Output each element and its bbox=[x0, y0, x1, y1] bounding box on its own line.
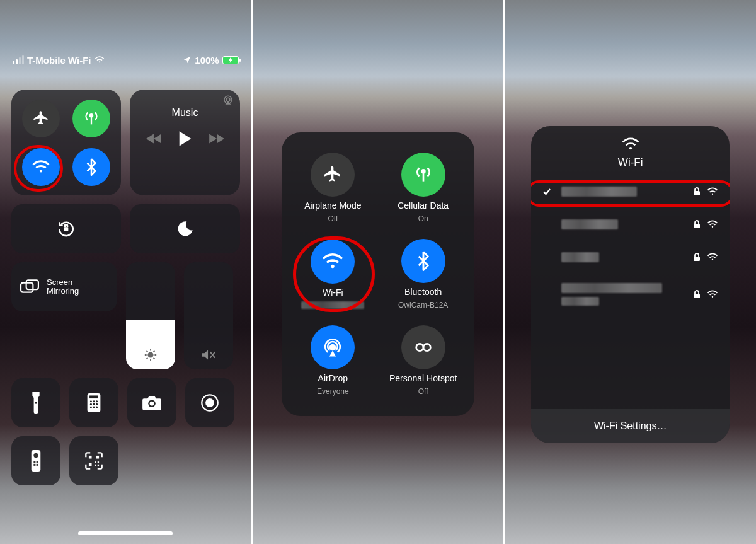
bluetooth-toggle[interactable] bbox=[72, 148, 110, 186]
wifi-network-row[interactable] bbox=[531, 208, 730, 241]
qr-scanner-button[interactable] bbox=[69, 436, 118, 485]
svg-point-45 bbox=[712, 194, 713, 195]
wifi-network-row[interactable] bbox=[531, 175, 730, 208]
svg-point-17 bbox=[96, 403, 98, 405]
svg-point-12 bbox=[90, 400, 92, 402]
cellular-big-toggle[interactable] bbox=[401, 153, 445, 197]
apple-tv-remote-button[interactable] bbox=[11, 436, 60, 485]
wifi-picker-title: Wi-Fi bbox=[618, 156, 643, 169]
camera-icon bbox=[142, 395, 162, 411]
wifi-network-row[interactable] bbox=[531, 274, 730, 315]
svg-rect-27 bbox=[33, 461, 35, 463]
remote-icon bbox=[31, 450, 41, 472]
wifi-status-icon bbox=[94, 56, 105, 64]
panel-wifi-picker: Wi-Fi bbox=[505, 0, 756, 544]
airdrop-label: AirDrop bbox=[318, 373, 348, 383]
svg-rect-50 bbox=[694, 294, 700, 298]
qr-code-icon bbox=[84, 451, 103, 470]
airplane-sub: Off bbox=[328, 214, 338, 223]
wifi-network-row[interactable] bbox=[531, 241, 730, 274]
rotation-lock-toggle[interactable] bbox=[11, 204, 121, 253]
svg-rect-37 bbox=[98, 465, 99, 466]
hotspot-big-toggle[interactable] bbox=[401, 325, 445, 369]
screen-mirroring-button[interactable]: Screen Mirroring bbox=[11, 262, 117, 311]
airplane-mode-item[interactable]: Airplane Mode Off bbox=[288, 145, 378, 231]
volume-slider[interactable] bbox=[184, 262, 233, 369]
bluetooth-big-toggle[interactable] bbox=[401, 239, 445, 283]
svg-rect-28 bbox=[37, 461, 38, 463]
cellular-data-toggle[interactable] bbox=[72, 100, 110, 137]
calculator-button[interactable] bbox=[69, 378, 118, 427]
moon-icon bbox=[176, 220, 194, 238]
connectivity-expanded-card: Airplane Mode Off Cellular Data On Wi-Fi bbox=[282, 132, 475, 416]
brightness-slider[interactable] bbox=[126, 262, 175, 369]
cellular-antenna-icon bbox=[413, 165, 433, 185]
music-prev-button[interactable] bbox=[146, 132, 163, 145]
cellular-sub: On bbox=[418, 214, 428, 223]
svg-point-0 bbox=[98, 61, 100, 62]
svg-point-39 bbox=[331, 265, 335, 268]
music-title: Music bbox=[172, 107, 198, 119]
wifi-signal-icon bbox=[707, 253, 718, 262]
lock-icon bbox=[693, 187, 701, 196]
svg-point-42 bbox=[423, 344, 430, 350]
bluetooth-label: Bluetooth bbox=[404, 287, 442, 297]
airdrop-big-toggle[interactable] bbox=[311, 325, 355, 369]
screen-record-button[interactable] bbox=[185, 378, 234, 427]
home-indicator[interactable] bbox=[78, 531, 173, 535]
flashlight-button[interactable] bbox=[11, 378, 60, 427]
svg-point-16 bbox=[93, 403, 95, 405]
airplane-mode-toggle[interactable] bbox=[22, 100, 60, 137]
battery-icon bbox=[222, 56, 239, 64]
svg-point-8 bbox=[148, 352, 152, 357]
checkmark-icon bbox=[542, 188, 553, 195]
status-bar: T-Mobile Wi-Fi 100% bbox=[0, 52, 251, 68]
calculator-icon bbox=[87, 393, 101, 412]
bluetooth-item[interactable]: Bluetooth OwlCam-B12A bbox=[378, 231, 468, 318]
music-play-button[interactable] bbox=[178, 130, 193, 148]
do-not-disturb-toggle[interactable] bbox=[130, 204, 239, 253]
svg-rect-33 bbox=[89, 463, 92, 466]
camera-button[interactable] bbox=[127, 378, 176, 427]
svg-point-9 bbox=[35, 402, 37, 403]
wifi-settings-button[interactable]: Wi-Fi Settings… bbox=[531, 409, 730, 443]
wifi-item[interactable]: Wi-Fi bbox=[288, 231, 378, 318]
screen-mirroring-label: Screen Mirroring bbox=[47, 278, 79, 296]
cellular-data-item[interactable]: Cellular Data On bbox=[378, 145, 468, 231]
svg-point-13 bbox=[93, 400, 95, 402]
svg-point-14 bbox=[96, 400, 98, 402]
lock-icon bbox=[693, 290, 701, 299]
music-card[interactable]: Music bbox=[130, 90, 239, 195]
cellular-signal-icon bbox=[13, 55, 24, 64]
airplane-mode-big-toggle[interactable] bbox=[311, 153, 355, 197]
svg-point-1 bbox=[90, 114, 93, 117]
svg-point-51 bbox=[712, 296, 713, 298]
airplay-audio-icon[interactable] bbox=[222, 95, 234, 106]
music-next-button[interactable] bbox=[208, 132, 224, 145]
svg-rect-48 bbox=[694, 257, 700, 261]
airdrop-item[interactable]: AirDrop Everyone bbox=[288, 317, 378, 403]
wifi-big-toggle[interactable] bbox=[311, 240, 355, 284]
carrier-label: T-Mobile Wi-Fi bbox=[27, 55, 91, 66]
lock-icon bbox=[693, 253, 701, 262]
hotspot-item[interactable]: Personal Hotspot Off bbox=[378, 317, 468, 403]
wifi-network-name-redacted bbox=[561, 297, 599, 306]
svg-rect-36 bbox=[94, 465, 96, 466]
wifi-toggle[interactable] bbox=[22, 148, 60, 186]
wifi-network-name-redacted bbox=[561, 283, 662, 293]
svg-point-41 bbox=[416, 344, 423, 350]
svg-point-15 bbox=[90, 403, 92, 405]
svg-rect-44 bbox=[694, 191, 700, 195]
svg-point-38 bbox=[421, 170, 425, 173]
cellular-antenna-icon bbox=[83, 110, 100, 127]
connectivity-card[interactable] bbox=[11, 90, 121, 195]
battery-percent: 100% bbox=[195, 55, 219, 66]
svg-point-24 bbox=[206, 399, 214, 407]
wifi-network-name-redacted bbox=[561, 219, 618, 229]
airplane-icon bbox=[32, 110, 50, 127]
svg-rect-35 bbox=[98, 461, 99, 463]
hotspot-icon bbox=[413, 340, 434, 354]
wifi-picker-card: Wi-Fi bbox=[531, 126, 730, 443]
airdrop-icon bbox=[322, 337, 343, 358]
wifi-settings-label: Wi-Fi Settings… bbox=[594, 420, 667, 432]
